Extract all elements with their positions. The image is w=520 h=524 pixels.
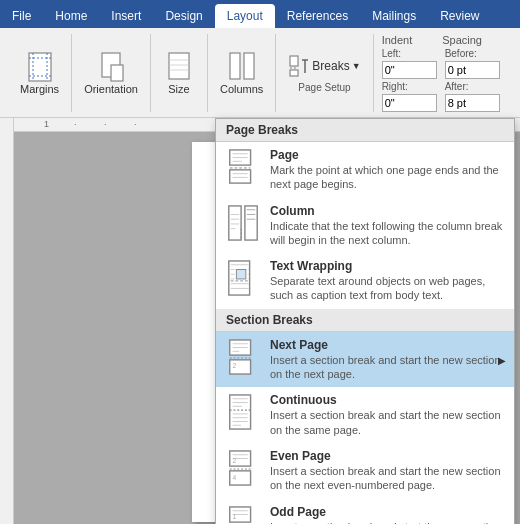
spacing-before-pair: Before:: [445, 48, 500, 79]
size-button[interactable]: Size: [157, 49, 201, 97]
indent-right-pair: Right:: [382, 81, 437, 112]
svg-text:2: 2: [233, 457, 237, 464]
svg-rect-6: [111, 65, 123, 81]
section-breaks-header: Section Breaks: [216, 309, 514, 332]
ruler-left: [0, 118, 14, 524]
page-breaks-header: Page Breaks: [216, 119, 514, 142]
svg-rect-15: [290, 70, 298, 76]
page-break-desc: Mark the point at which one page ends an…: [270, 163, 506, 192]
continuous-title: Continuous: [270, 393, 506, 407]
svg-rect-7: [169, 53, 189, 79]
indent-spacing-section: Indent Spacing Left: Before: Right: Afte…: [374, 34, 500, 112]
columns-button[interactable]: Columns: [214, 49, 269, 97]
indent-label: Indent: [382, 34, 413, 46]
tab-layout[interactable]: Layout: [215, 4, 275, 28]
spacing-after-label: After:: [445, 81, 500, 92]
indent-right-input[interactable]: [382, 94, 437, 112]
breaks-icon: [288, 55, 310, 77]
margins-button[interactable]: Margins: [14, 49, 65, 97]
indent-right-label: Right:: [382, 81, 437, 92]
column-break-title: Column: [270, 204, 506, 218]
tab-insert[interactable]: Insert: [99, 4, 153, 28]
spacing-after-input[interactable]: [445, 94, 500, 112]
svg-rect-11: [230, 53, 240, 79]
breaks-dropdown-arrow: ▼: [352, 61, 361, 71]
columns-icon: [226, 51, 258, 83]
breaks-button[interactable]: Breaks ▼: [282, 52, 366, 80]
menu-item-odd-page[interactable]: 1 3 Odd Page Insert a section break and …: [216, 499, 514, 524]
next-page-arrow: ▶: [498, 354, 506, 365]
odd-page-title: Odd Page: [270, 505, 506, 519]
indent-left-input[interactable]: [382, 61, 437, 79]
menu-item-odd-page-text: Odd Page Insert a section break and star…: [270, 505, 506, 524]
menu-item-page-text: Page Mark the point at which one page en…: [270, 148, 506, 192]
even-page-icon: 2 4: [224, 449, 262, 487]
margins-icon: [24, 51, 56, 83]
tab-home[interactable]: Home: [43, 4, 99, 28]
next-page-title: Next Page: [270, 338, 506, 352]
margins-label: Margins: [20, 83, 59, 95]
page-break-title: Page: [270, 148, 506, 162]
menu-item-even-page[interactable]: 2 4 Even Page Insert a section break and…: [216, 443, 514, 499]
ribbon-tabs: File Home Insert Design Layout Reference…: [0, 0, 520, 28]
tab-file[interactable]: File: [0, 4, 43, 28]
svg-rect-0: [29, 53, 51, 81]
menu-item-column-text: Column Indicate that the text following …: [270, 204, 506, 248]
odd-page-icon: 1 3: [224, 505, 262, 524]
spacing-before-label: Before:: [445, 48, 500, 59]
svg-rect-26: [229, 206, 241, 240]
svg-rect-20: [230, 170, 251, 183]
menu-item-text-wrapping[interactable]: Text Wrapping Separate text around objec…: [216, 253, 514, 309]
continuous-icon: [224, 393, 262, 431]
orientation-label: Orientation: [84, 83, 138, 95]
menu-item-next-page-text: Next Page Insert a section break and sta…: [270, 338, 506, 382]
page-setup-label: Page Setup: [298, 82, 350, 93]
menu-item-text-wrapping-text: Text Wrapping Separate text around objec…: [270, 259, 506, 303]
text-wrapping-title: Text Wrapping: [270, 259, 506, 273]
ribbon-group-breaks: Breaks ▼ Page Setup: [276, 34, 373, 112]
page-break-icon: [224, 148, 262, 186]
orientation-icon: [95, 51, 127, 83]
even-page-title: Even Page: [270, 449, 506, 463]
menu-item-continuous-text: Continuous Insert a section break and st…: [270, 393, 506, 437]
tab-mailings[interactable]: Mailings: [360, 4, 428, 28]
even-page-desc: Insert a section break and start the new…: [270, 464, 506, 493]
ribbon-group-size: Size: [151, 34, 208, 112]
size-icon: [163, 51, 195, 83]
tab-references[interactable]: References: [275, 4, 360, 28]
next-page-icon: 2: [224, 338, 262, 376]
svg-text:4: 4: [233, 474, 237, 481]
column-break-icon: [224, 204, 262, 242]
spacing-after-pair: After:: [445, 81, 500, 112]
orientation-button[interactable]: Orientation: [78, 49, 144, 97]
svg-rect-55: [230, 395, 251, 429]
svg-text:2: 2: [233, 362, 237, 369]
ribbon-group-columns: Columns: [208, 34, 276, 112]
size-label: Size: [168, 83, 189, 95]
menu-item-next-page[interactable]: 2 Next Page Insert a section break and s…: [216, 332, 514, 388]
menu-item-column[interactable]: Column Indicate that the text following …: [216, 198, 514, 254]
text-wrapping-desc: Separate text around objects on web page…: [270, 274, 506, 303]
ribbon-group-margins: Margins: [8, 34, 72, 112]
indent-left-label: Left:: [382, 48, 437, 59]
ribbon-bar: Margins Orientation: [0, 28, 520, 118]
text-wrapping-icon: [224, 259, 262, 297]
spacing-before-input[interactable]: [445, 61, 500, 79]
svg-rect-27: [245, 206, 257, 240]
tab-review[interactable]: Review: [428, 4, 491, 28]
next-page-desc: Insert a section break and start the new…: [270, 353, 506, 382]
column-break-desc: Indicate that the text following the col…: [270, 219, 506, 248]
menu-item-continuous[interactable]: Continuous Insert a section break and st…: [216, 387, 514, 443]
svg-rect-12: [244, 53, 254, 79]
tab-design[interactable]: Design: [153, 4, 214, 28]
menu-item-page[interactable]: Page Mark the point at which one page en…: [216, 142, 514, 198]
breaks-label: Breaks: [312, 59, 349, 73]
spacing-label: Spacing: [442, 34, 482, 46]
odd-page-desc: Insert a section break and start the new…: [270, 520, 506, 524]
svg-rect-37: [236, 270, 245, 279]
indent-left-pair: Left:: [382, 48, 437, 79]
continuous-desc: Insert a section break and start the new…: [270, 408, 506, 437]
menu-item-even-page-text: Even Page Insert a section break and sta…: [270, 449, 506, 493]
breaks-dropdown-menu: Page Breaks Page Mark the point at which…: [215, 118, 515, 524]
columns-label: Columns: [220, 83, 263, 95]
